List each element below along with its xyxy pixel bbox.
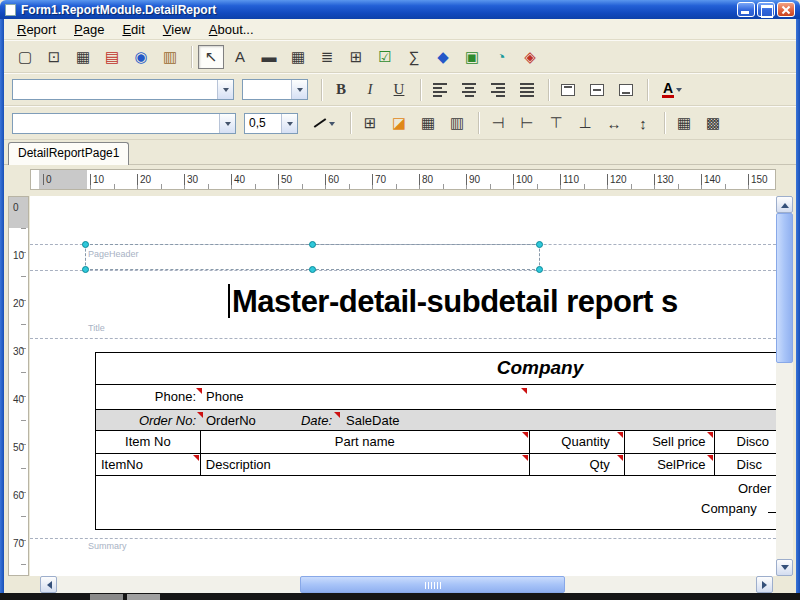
package-button[interactable]: ▥ (157, 45, 183, 69)
fill-color-button[interactable]: ◪ (386, 111, 412, 135)
style-combo[interactable] (12, 79, 234, 100)
italic-button[interactable]: I (357, 78, 383, 102)
memo-object-button[interactable]: ≣ (314, 45, 340, 69)
vertical-scrollbar[interactable] (776, 196, 793, 576)
line-color-button[interactable] (306, 111, 342, 135)
scroll-down-button[interactable] (776, 559, 793, 576)
menu-page[interactable]: Page (65, 20, 113, 39)
align-bottoms-button[interactable]: ⊥ (572, 111, 598, 135)
align-center-button[interactable] (456, 78, 482, 102)
band-object-button[interactable]: ▬ (256, 45, 282, 69)
resize-handle[interactable] (536, 241, 543, 248)
valign-bottom-button[interactable] (613, 78, 639, 102)
phone-label[interactable]: Phone: (136, 387, 196, 407)
field-cell-qty[interactable]: Qty (530, 454, 625, 475)
company-header-memo[interactable]: Company (96, 353, 776, 385)
menu-about[interactable]: About... (200, 20, 263, 39)
field-cell-description[interactable]: Description (201, 454, 530, 475)
align-tops-button[interactable]: ⊤ (543, 111, 569, 135)
header-cell-discount[interactable]: Disco (715, 431, 776, 453)
date-label[interactable]: Date: (292, 411, 332, 431)
font-combo-dropdown-icon[interactable] (219, 114, 235, 133)
phone-field[interactable]: Phone (206, 387, 244, 407)
align-left-button[interactable] (427, 78, 453, 102)
grid-button[interactable]: ▦ (671, 111, 697, 135)
frame-all-button[interactable]: ⊞ (357, 111, 383, 135)
vertical-scroll-thumb[interactable] (776, 213, 793, 363)
data-dictionary-button[interactable]: ▦ (70, 45, 96, 69)
align-right-button[interactable] (485, 78, 511, 102)
header-cell-part-name[interactable]: Part name (201, 431, 530, 453)
band-label-summary[interactable]: Summary (88, 541, 127, 551)
system-field-button[interactable]: ∑ (401, 45, 427, 69)
valign-center-button[interactable] (584, 78, 610, 102)
same-width-button[interactable]: ↔ (601, 111, 627, 135)
align-justify-button[interactable] (514, 78, 540, 102)
menu-edit[interactable]: Edit (113, 20, 153, 39)
underline-button[interactable]: U (386, 78, 412, 102)
select-tool-button[interactable]: ↖ (198, 45, 224, 69)
table-button[interactable]: ▦ (415, 111, 441, 135)
preview-button[interactable]: ◉ (128, 45, 154, 69)
font-combo[interactable] (12, 113, 236, 134)
snap-to-grid-button[interactable]: ▩ (700, 111, 726, 135)
resize-handle[interactable] (536, 266, 543, 273)
cell-borders-button[interactable]: ▥ (444, 111, 470, 135)
phone-row[interactable]: Phone: Phone (96, 385, 776, 409)
bold-button[interactable]: B (328, 78, 354, 102)
scroll-left-button[interactable] (40, 576, 57, 593)
new-page-button[interactable]: ▢ (12, 45, 38, 69)
footer-company-memo[interactable]: Company (701, 499, 757, 519)
title-bar[interactable]: Form1.ReportModule.DetailReport (0, 0, 800, 19)
resize-handle[interactable] (309, 266, 316, 273)
resize-handle[interactable] (82, 241, 89, 248)
report-table[interactable]: Company Phone: Phone Order No: OrderNo D… (95, 352, 776, 530)
field-cell-selprice[interactable]: SelPrice (625, 454, 715, 475)
style-combo-dropdown-icon[interactable] (217, 80, 233, 99)
field-cell-disc[interactable]: Disc (715, 454, 776, 475)
chart-object-button[interactable]: ◔ (488, 45, 514, 69)
insert-field-button[interactable]: ⊞ (343, 45, 369, 69)
order-no-label[interactable]: Order No: (116, 411, 196, 431)
header-cell-quantity[interactable]: Quantity (530, 431, 625, 453)
footer-order-memo[interactable]: Order (738, 479, 771, 499)
close-button[interactable] (777, 2, 795, 17)
scroll-up-button[interactable] (776, 196, 793, 213)
order-row[interactable]: Order No: OrderNo Date: SaleDate (96, 409, 776, 431)
horizontal-scroll-thumb[interactable] (300, 576, 565, 593)
add-page-button[interactable]: ⊡ (41, 45, 67, 69)
report-title-memo[interactable]: Master-detail-subdetail report s (228, 284, 678, 320)
field-cell-itemno[interactable]: ItemNo (96, 454, 201, 475)
ole-object-button[interactable]: ◈ (517, 45, 543, 69)
maximize-button[interactable] (757, 2, 775, 17)
resize-handle[interactable] (82, 266, 89, 273)
menu-report[interactable]: Report (8, 20, 65, 39)
grid-object-button[interactable]: ▦ (285, 45, 311, 69)
align-left-edges-button[interactable]: ⊣ (485, 111, 511, 135)
pageheader-band-selection[interactable] (85, 244, 540, 270)
size-combo-dropdown-icon[interactable] (291, 80, 307, 99)
design-canvas[interactable]: PageHeader Title Summary Master-detail-s… (30, 196, 776, 576)
header-cell-sell-price[interactable]: Sell price (625, 431, 715, 453)
resize-handle[interactable] (309, 241, 316, 248)
horizontal-scrollbar[interactable] (40, 576, 773, 593)
align-right-edges-button[interactable]: ⊢ (514, 111, 540, 135)
valign-top-button[interactable] (555, 78, 581, 102)
band-label-title[interactable]: Title (88, 323, 105, 333)
scroll-right-button[interactable] (756, 576, 773, 593)
checkbox-object-button[interactable]: ☑ (372, 45, 398, 69)
text-object-button[interactable]: A (227, 45, 253, 69)
order-no-field[interactable]: OrderNo (206, 411, 256, 431)
line-width-combo[interactable]: 0,5 (244, 113, 298, 134)
size-combo[interactable] (242, 79, 308, 100)
same-height-button[interactable]: ↕ (630, 111, 656, 135)
tab-detailreportpage1[interactable]: DetailReportPage1 (8, 142, 129, 165)
minimize-button[interactable] (737, 2, 755, 17)
line-width-dropdown-icon[interactable] (281, 114, 297, 133)
shape-object-button[interactable]: ◆ (430, 45, 456, 69)
font-color-button[interactable]: A (654, 78, 690, 102)
saledate-field[interactable]: SaleDate (346, 411, 399, 431)
variables-button[interactable]: ▤ (99, 45, 125, 69)
picture-object-button[interactable]: ▣ (459, 45, 485, 69)
menu-view[interactable]: View (154, 20, 200, 39)
